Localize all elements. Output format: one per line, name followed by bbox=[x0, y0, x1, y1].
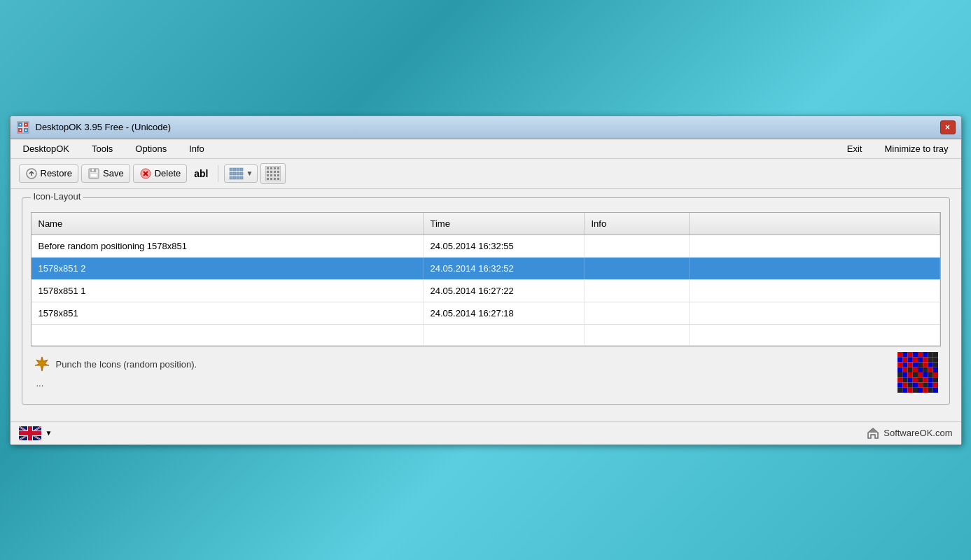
dotted-grid-button[interactable] bbox=[260, 163, 286, 184]
svg-marker-124 bbox=[868, 428, 878, 433]
svg-rect-110 bbox=[928, 387, 932, 392]
status-left: ▼ bbox=[19, 426, 53, 440]
svg-rect-94 bbox=[928, 377, 932, 382]
svg-rect-21 bbox=[240, 168, 243, 171]
table-row[interactable]: Before random positioning 1578x851 24.05… bbox=[32, 235, 940, 258]
menu-desktopok[interactable]: DesktopOK bbox=[19, 142, 74, 155]
menu-right: Exit Minimize to tray bbox=[843, 142, 953, 155]
svg-rect-106 bbox=[907, 387, 912, 392]
svg-rect-98 bbox=[907, 382, 912, 387]
svg-rect-27 bbox=[233, 176, 236, 179]
menu-info[interactable]: Info bbox=[185, 142, 209, 155]
restore-button[interactable]: Restore bbox=[19, 164, 79, 183]
menu-tools[interactable]: Tools bbox=[88, 142, 117, 155]
row3-rest bbox=[690, 280, 940, 302]
svg-rect-77 bbox=[923, 367, 928, 372]
svg-rect-60 bbox=[928, 352, 932, 357]
title-text: DesktopOK 3.95 Free - (Unicode) bbox=[36, 122, 172, 132]
svg-rect-28 bbox=[237, 176, 239, 179]
svg-rect-70 bbox=[928, 362, 932, 367]
save-label: Save bbox=[103, 168, 124, 178]
svg-rect-46 bbox=[277, 178, 279, 180]
title-bar-left: DesktopOK 3.95 Free - (Unicode) bbox=[16, 120, 172, 134]
svg-rect-108 bbox=[918, 387, 923, 392]
svg-rect-6 bbox=[25, 124, 27, 125]
svg-rect-55 bbox=[912, 352, 917, 357]
layout-table: Name Time Info Before random positioning… bbox=[31, 212, 941, 346]
svg-rect-91 bbox=[912, 377, 917, 382]
row2-info bbox=[585, 258, 690, 279]
svg-rect-53 bbox=[923, 357, 928, 362]
svg-rect-44 bbox=[270, 178, 272, 180]
svg-rect-65 bbox=[902, 362, 907, 367]
svg-rect-59 bbox=[918, 357, 923, 362]
svg-rect-66 bbox=[907, 362, 912, 367]
svg-rect-78 bbox=[928, 367, 932, 372]
svg-rect-39 bbox=[267, 174, 269, 176]
svg-rect-88 bbox=[897, 377, 902, 382]
group-box-label: Icon-Layout bbox=[31, 191, 84, 202]
svg-rect-90 bbox=[907, 377, 912, 382]
row3-info bbox=[585, 280, 690, 302]
svg-rect-58 bbox=[907, 357, 912, 362]
svg-rect-35 bbox=[267, 171, 269, 173]
svg-rect-14 bbox=[92, 169, 94, 171]
svg-rect-73 bbox=[902, 367, 907, 372]
svg-rect-100 bbox=[918, 382, 923, 387]
row4-time: 24.05.2014 16:27:18 bbox=[424, 302, 585, 324]
svg-rect-38 bbox=[277, 171, 279, 173]
colorful-grid-image bbox=[897, 352, 938, 393]
table-row[interactable]: 1578x851 2 24.05.2014 16:32:52 bbox=[32, 258, 940, 280]
svg-rect-79 bbox=[932, 367, 937, 372]
header-time: Time bbox=[424, 213, 585, 234]
home-icon bbox=[867, 427, 879, 440]
svg-rect-13 bbox=[90, 174, 97, 177]
title-bar: DesktopOK 3.95 Free - (Unicode) × bbox=[11, 116, 961, 139]
punch-text[interactable]: Punch the Icons (random position). bbox=[56, 359, 197, 370]
software-label[interactable]: SoftwareOK.com bbox=[883, 428, 952, 438]
svg-rect-82 bbox=[907, 372, 912, 377]
svg-rect-99 bbox=[912, 382, 917, 387]
svg-rect-62 bbox=[928, 357, 932, 362]
svg-rect-109 bbox=[923, 387, 928, 392]
svg-rect-67 bbox=[912, 362, 917, 367]
svg-rect-63 bbox=[932, 357, 937, 362]
svg-rect-36 bbox=[270, 171, 272, 173]
language-dropdown-arrow[interactable]: ▼ bbox=[46, 429, 53, 437]
svg-rect-81 bbox=[902, 372, 907, 377]
svg-rect-85 bbox=[923, 372, 928, 377]
toolbar-separator-1 bbox=[218, 165, 218, 182]
row4-name: 1578x851 bbox=[32, 302, 424, 324]
svg-rect-69 bbox=[923, 362, 928, 367]
row1-time: 24.05.2014 16:32:55 bbox=[424, 235, 585, 257]
status-bar: ▼ SoftwareOK.com bbox=[11, 421, 961, 444]
svg-rect-48 bbox=[897, 352, 902, 357]
svg-rect-56 bbox=[923, 352, 928, 357]
close-button[interactable]: × bbox=[940, 120, 956, 134]
footer-section: Punch the Icons (random position). ... bbox=[31, 346, 941, 396]
svg-rect-50 bbox=[918, 352, 923, 357]
footer-left: Punch the Icons (random position). ... bbox=[34, 356, 197, 388]
abl-button[interactable]: abl bbox=[190, 166, 212, 181]
table-header: Name Time Info bbox=[32, 213, 940, 235]
svg-rect-122 bbox=[19, 431, 41, 435]
svg-rect-92 bbox=[918, 377, 923, 382]
save-button[interactable]: Save bbox=[81, 164, 130, 183]
grid-view-button[interactable]: ▼ bbox=[224, 164, 258, 183]
svg-rect-111 bbox=[932, 387, 937, 392]
table-row[interactable]: 1578x851 1 24.05.2014 16:27:22 bbox=[32, 280, 940, 302]
svg-rect-104 bbox=[897, 387, 902, 392]
svg-rect-86 bbox=[928, 372, 932, 377]
restore-label: Restore bbox=[41, 168, 73, 178]
menu-options[interactable]: Options bbox=[131, 142, 171, 155]
menu-exit[interactable]: Exit bbox=[843, 142, 867, 155]
svg-rect-31 bbox=[267, 167, 269, 169]
row3-name: 1578x851 1 bbox=[32, 280, 424, 302]
punch-row: Punch the Icons (random position). bbox=[34, 356, 197, 372]
table-row[interactable]: 1578x851 24.05.2014 16:27:18 bbox=[32, 302, 940, 325]
svg-rect-57 bbox=[897, 357, 902, 362]
menu-minimize-to-tray[interactable]: Minimize to tray bbox=[880, 142, 952, 155]
svg-rect-32 bbox=[270, 167, 272, 169]
delete-button[interactable]: Delete bbox=[133, 164, 188, 183]
svg-rect-84 bbox=[918, 372, 923, 377]
